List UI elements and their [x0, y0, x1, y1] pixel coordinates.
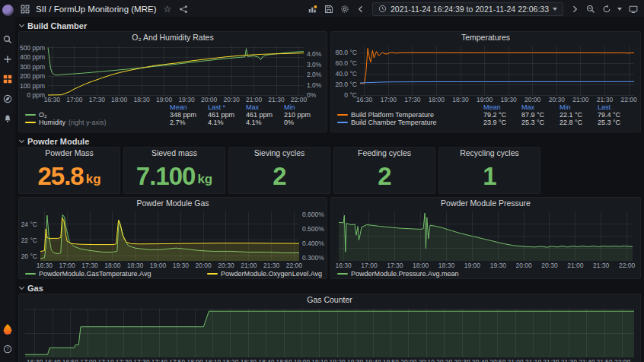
legend-column-header[interactable]: Mean — [170, 103, 208, 111]
legend-series-name[interactable]: PowderModule.Pressure.Avg.mean — [337, 270, 458, 278]
legend-series-row: Build Platform Temperature79.2 °C87.9 °C… — [337, 111, 636, 119]
gas-counter-chart[interactable]: 16:3016:4016:5017:0017:1017:2017:3017:40… — [19, 305, 640, 362]
legend-value: 4.1% — [208, 119, 246, 126]
svg-text:21:00: 21:00 — [241, 262, 257, 269]
help-icon[interactable]: ? — [2, 344, 13, 354]
svg-text:17:10: 17:10 — [98, 358, 115, 362]
panel-title[interactable]: Temperatures — [331, 32, 640, 43]
legend-column-header[interactable]: Max — [246, 103, 284, 111]
legend-value: 2.7% — [170, 119, 208, 126]
legend-series-name[interactable]: PowderModule.OxygenLevel.Avg — [207, 270, 322, 278]
time-range-caret-icon — [553, 8, 557, 11]
explore-icon[interactable] — [2, 94, 13, 104]
o2-humidity-chart[interactable]: 0 ppm100 ppm200 ppm300 ppm400 ppm500 ppm… — [19, 43, 327, 103]
time-forward-icon[interactable] — [569, 4, 579, 14]
refresh-interval-caret-icon[interactable] — [617, 8, 622, 11]
svg-text:300 ppm: 300 ppm — [20, 63, 45, 71]
svg-text:17:30: 17:30 — [89, 96, 106, 103]
svg-text:22:00: 22:00 — [619, 262, 636, 269]
panel-title[interactable]: O₂ And Humidity Rates — [19, 32, 327, 43]
add-panel-icon[interactable] — [308, 4, 318, 14]
svg-text:19:10: 19:10 — [311, 358, 328, 362]
stat-powder-mass: Powder Mass 25.8kg — [18, 147, 120, 194]
dashboards-icon[interactable] — [2, 74, 13, 84]
series-color-dash-icon — [25, 122, 36, 123]
legend-series-name[interactable]: Humidity (right y-axis) — [25, 119, 170, 126]
svg-text:18:30: 18:30 — [452, 96, 469, 103]
legend-series-name[interactable]: O₂ — [25, 111, 170, 119]
stat-title[interactable]: Powder Mass — [19, 148, 120, 158]
row-header-gas[interactable]: Gas — [18, 282, 641, 294]
svg-text:24 °C: 24 °C — [21, 221, 37, 228]
panel-title[interactable]: Powder Module Pressure — [331, 198, 640, 208]
svg-text:200 ppm: 200 ppm — [20, 72, 45, 80]
stat-title[interactable]: Recycling cycles — [439, 148, 540, 158]
svg-text:16:30: 16:30 — [27, 358, 43, 362]
settings-icon[interactable] — [340, 4, 350, 14]
grafana-flame-icon[interactable] — [2, 324, 13, 335]
legend-column-header[interactable]: Last * — [208, 103, 246, 111]
o2-humidity-legend: MeanLast *MaxMinO₂348 ppm461 ppm461 ppm2… — [19, 103, 327, 128]
svg-text:21:20: 21:20 — [543, 358, 560, 362]
legend-column-header[interactable]: Mean — [483, 103, 521, 111]
svg-text:19:30: 19:30 — [501, 96, 518, 103]
svg-text:?: ? — [6, 346, 9, 351]
chevron-down-icon — [19, 21, 24, 27]
refresh-icon[interactable] — [601, 4, 611, 14]
stat-title[interactable]: Sieving cycles — [229, 148, 330, 158]
svg-text:2.0%: 2.0% — [307, 71, 322, 78]
svg-text:18:20: 18:20 — [222, 358, 239, 362]
svg-text:20:10: 20:10 — [419, 358, 435, 362]
row-header-powder-module[interactable]: Powder Module — [18, 135, 641, 147]
svg-text:19:30: 19:30 — [178, 96, 195, 103]
series-color-dash-icon — [25, 273, 36, 275]
legend-column-header[interactable]: Max — [521, 103, 560, 111]
powder-pressure-chart[interactable]: 16:3017:0017:3018:0018:3019:0019:3020:00… — [331, 208, 640, 269]
stat-title[interactable]: Sieved mass — [124, 148, 225, 158]
svg-text:80.0 °C: 80.0 °C — [336, 49, 357, 56]
svg-text:20:00: 20:00 — [515, 262, 532, 269]
svg-text:17:20: 17:20 — [116, 358, 132, 362]
panel-title[interactable]: Powder Module Gas — [19, 198, 327, 208]
panel-temperatures: Temperatures 0 °C20.0 °C40.0 °C60.0 °C80… — [330, 31, 641, 132]
legend-column-header[interactable]: Last — [598, 103, 636, 111]
legend-series-name[interactable]: Build Platform Temperature — [337, 111, 483, 119]
add-icon[interactable] — [2, 54, 13, 65]
time-range-picker[interactable]: 2021-11-24 16:24:39 to 2021-11-24 22:06:… — [372, 2, 563, 16]
svg-text:19:30: 19:30 — [347, 358, 364, 362]
breadcrumb[interactable]: SII / FormUp Monitoring (MRE) — [36, 5, 156, 14]
legend-series-name[interactable]: PowderModule.GasTemperature.Avg — [25, 270, 151, 278]
legend-value: 4.1% — [246, 119, 284, 126]
legend-column-header[interactable]: Min — [560, 103, 598, 111]
logo-icon[interactable] — [2, 5, 14, 16]
temperatures-chart[interactable]: 0 °C20.0 °C40.0 °C60.0 °C80.0 °C16:3017:… — [331, 43, 640, 103]
svg-text:21:30: 21:30 — [268, 96, 285, 103]
alerting-icon[interactable] — [2, 113, 13, 124]
panel-title[interactable]: Gas Counter — [19, 294, 640, 305]
svg-text:16:30: 16:30 — [44, 96, 61, 103]
svg-text:21:30: 21:30 — [263, 262, 280, 269]
save-icon[interactable] — [324, 4, 334, 14]
time-back-icon[interactable] — [356, 4, 366, 14]
powder-gas-chart[interactable]: 20 °C22 °C24 °C0.300%0.400%0.500%0.600%1… — [19, 208, 327, 269]
tv-mode-icon[interactable] — [628, 4, 638, 14]
search-icon[interactable] — [2, 34, 13, 45]
stat-title[interactable]: Feeding cycles — [334, 148, 435, 158]
svg-text:3.0%: 3.0% — [307, 61, 322, 68]
row-header-build-chamber[interactable]: Build Chamber — [18, 20, 641, 31]
svg-text:22:00: 22:00 — [614, 358, 631, 362]
legend-series-row: Humidity (right y-axis)2.7%4.1%4.1%0% — [25, 119, 322, 126]
series-color-dash-icon — [207, 273, 218, 275]
share-icon[interactable] — [178, 4, 188, 14]
legend-value: 461 ppm — [208, 111, 246, 119]
legend-column-header[interactable]: Min — [284, 103, 322, 111]
dashboard-body: Build Chamber O₂ And Humidity Rates 0 pp… — [15, 18, 644, 362]
svg-text:17:00: 17:00 — [361, 262, 378, 269]
zoom-out-icon[interactable] — [585, 4, 595, 14]
svg-text:17:30: 17:30 — [404, 96, 421, 103]
star-icon[interactable]: ☆ — [162, 4, 172, 14]
svg-text:20 °C: 20 °C — [21, 252, 37, 260]
legend-series-name[interactable]: Build Chamber Temperature — [337, 119, 483, 126]
dashboard-grid-icon[interactable] — [20, 4, 30, 14]
panel-o2-humidity: O₂ And Humidity Rates 0 ppm100 ppm200 pp… — [18, 31, 327, 132]
